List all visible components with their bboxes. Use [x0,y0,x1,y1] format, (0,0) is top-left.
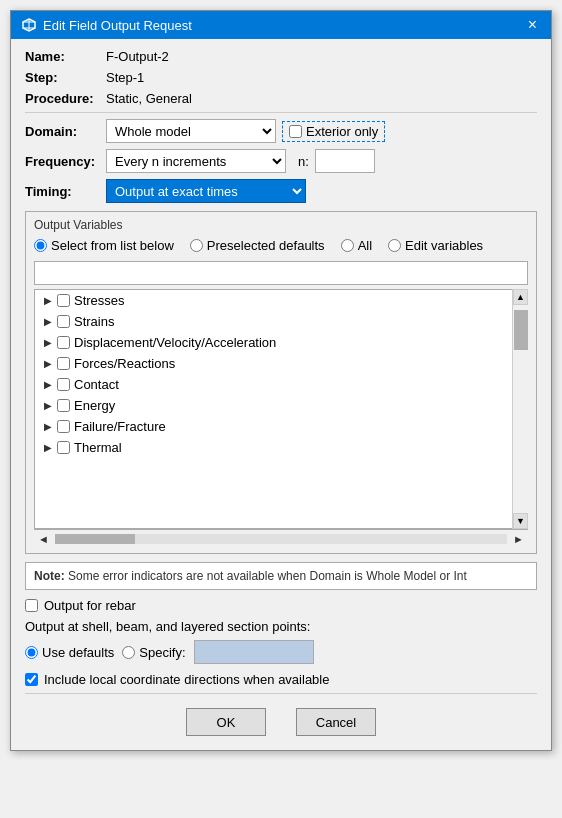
use-defaults-radio[interactable] [25,646,38,659]
local-coords-checkbox[interactable] [25,673,38,686]
tree-item[interactable]: ▶Energy [35,395,511,416]
note-box: Note: Some error indicators are not avai… [25,562,537,590]
procedure-value: Static, General [106,91,192,106]
close-button[interactable]: × [524,17,541,33]
tree-item-label: Displacement/Velocity/Acceleration [74,335,276,350]
exterior-only-checkbox[interactable] [289,125,302,138]
radio-all-input[interactable] [341,239,354,252]
tree-arrow-icon[interactable]: ▶ [41,315,55,329]
horizontal-scrollbar[interactable]: ◄ ► [34,529,528,547]
tree-item[interactable]: ▶Thermal [35,437,511,458]
domain-row: Domain: Whole model Set Exterior only [25,119,537,143]
output-rebar-checkbox[interactable] [25,599,38,612]
tree-arrow-icon[interactable]: ▶ [41,399,55,413]
h-scroll-right-button[interactable]: ► [509,533,528,545]
timing-label: Timing: [25,184,100,199]
section-points-row: Use defaults Specify: [25,640,537,664]
frequency-select[interactable]: Every n increments Every increment Last … [106,149,286,173]
section-points-label: Output at shell, beam, and layered secti… [25,619,537,634]
tree-item-checkbox[interactable] [57,399,70,412]
radio-preselected-label: Preselected defaults [207,238,325,253]
frequency-row: Frequency: Every n increments Every incr… [25,149,537,173]
domain-select[interactable]: Whole model Set [106,119,276,143]
name-value: F-Output-2 [106,49,169,64]
tree-arrow-icon[interactable]: ▶ [41,357,55,371]
timing-row: Timing: Output at exact times Output at … [25,179,537,203]
radio-select-from-list[interactable]: Select from list below [34,238,174,253]
tree-item-checkbox[interactable] [57,315,70,328]
radio-select-from-list-input[interactable] [34,239,47,252]
output-rebar-label: Output for rebar [44,598,136,613]
radio-preselected-input[interactable] [190,239,203,252]
tree-item-checkbox[interactable] [57,441,70,454]
tree-item[interactable]: ▶Failure/Fracture [35,416,511,437]
procedure-row: Procedure: Static, General [25,91,537,106]
divider-2 [25,693,537,694]
tree-arrow-icon[interactable]: ▶ [41,441,55,455]
dialog-content: Name: F-Output-2 Step: Step-1 Procedure:… [11,39,551,750]
step-label: Step: [25,70,100,85]
name-row: Name: F-Output-2 [25,49,537,64]
timing-select[interactable]: Output at exact times Output at nearest … [106,179,306,203]
title-bar-left: Edit Field Output Request [21,17,192,33]
title-text: Edit Field Output Request [43,18,192,33]
tree-item-checkbox[interactable] [57,420,70,433]
radio-preselected[interactable]: Preselected defaults [190,238,325,253]
tree-item-label: Strains [74,314,114,329]
tree-item[interactable]: ▶Strains [35,311,511,332]
radio-all[interactable]: All [341,238,372,253]
radio-edit-variables[interactable]: Edit variables [388,238,483,253]
specify-input[interactable] [194,640,314,664]
cancel-button[interactable]: Cancel [296,708,376,736]
tree-item[interactable]: ▶Stresses [35,290,511,311]
tree-item[interactable]: ▶Displacement/Velocity/Acceleration [35,332,511,353]
button-row: OK Cancel [25,700,537,740]
tree-arrow-icon[interactable]: ▶ [41,420,55,434]
use-defaults-option[interactable]: Use defaults [25,645,114,660]
procedure-label: Procedure: [25,91,100,106]
h-scroll-left-button[interactable]: ◄ [34,533,53,545]
h-scroll-thumb[interactable] [55,534,135,544]
scroll-thumb[interactable] [514,310,528,350]
tree-item-checkbox[interactable] [57,378,70,391]
radio-options-row: Select from list below Preselected defau… [34,238,528,253]
tree-item-checkbox[interactable] [57,357,70,370]
tree-item-label: Forces/Reactions [74,356,175,371]
tree-container[interactable]: ▶Stresses▶Strains▶Displacement/Velocity/… [34,289,528,529]
tree-item-label: Stresses [74,293,125,308]
n-input[interactable]: 1 [315,149,375,173]
radio-select-from-list-label: Select from list below [51,238,174,253]
step-value: Step-1 [106,70,144,85]
app-icon [21,17,37,33]
search-input[interactable] [34,261,528,285]
ok-button[interactable]: OK [186,708,266,736]
name-label: Name: [25,49,100,64]
scroll-track [513,305,528,513]
specify-label: Specify: [139,645,185,660]
exterior-only-container: Exterior only [282,121,385,142]
local-coords-row: Include local coordinate directions when… [25,672,537,687]
scroll-up-button[interactable]: ▲ [513,289,528,305]
h-scroll-track [55,534,507,544]
tree-arrow-icon[interactable]: ▶ [41,378,55,392]
scroll-down-button[interactable]: ▼ [513,513,528,529]
divider-1 [25,112,537,113]
tree-item[interactable]: ▶Forces/Reactions [35,353,511,374]
vertical-scrollbar[interactable]: ▲ ▼ [512,289,528,529]
tree-items-list: ▶Stresses▶Strains▶Displacement/Velocity/… [35,290,511,458]
specify-option[interactable]: Specify: [122,645,185,660]
tree-item[interactable]: ▶Contact [35,374,511,395]
note-label: Note: [34,569,65,583]
tree-wrapper: ▶Stresses▶Strains▶Displacement/Velocity/… [34,289,528,529]
specify-radio[interactable] [122,646,135,659]
tree-item-checkbox[interactable] [57,294,70,307]
radio-edit-variables-label: Edit variables [405,238,483,253]
tree-arrow-icon[interactable]: ▶ [41,294,55,308]
domain-label: Domain: [25,124,100,139]
local-coords-label: Include local coordinate directions when… [44,672,329,687]
radio-all-label: All [358,238,372,253]
radio-edit-variables-input[interactable] [388,239,401,252]
output-variables-group: Output Variables Select from list below … [25,211,537,554]
tree-arrow-icon[interactable]: ▶ [41,336,55,350]
tree-item-checkbox[interactable] [57,336,70,349]
